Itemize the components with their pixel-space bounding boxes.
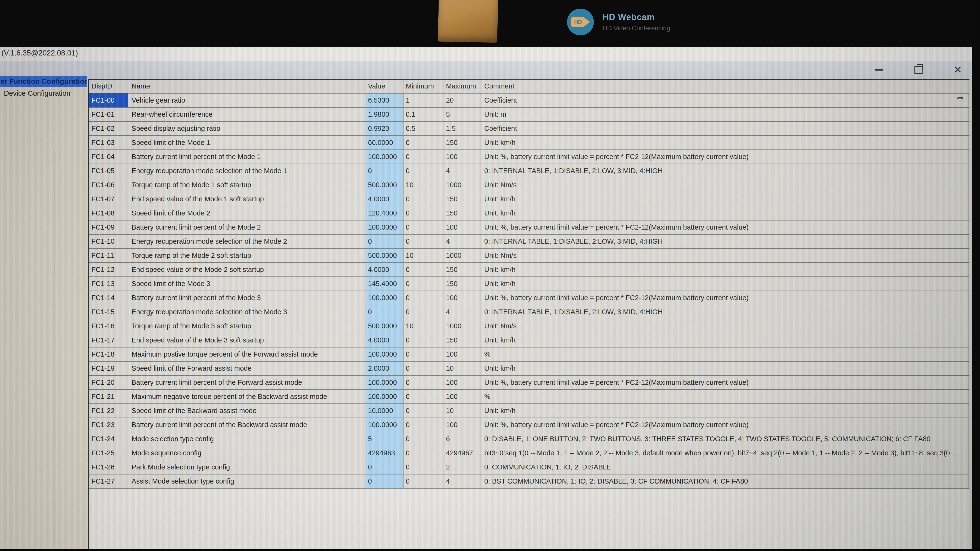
close-button[interactable]: ✕: [952, 64, 963, 75]
cell-value[interactable]: 0: [366, 164, 404, 178]
cell-name: Torque ramp of the Mode 2 soft startup: [128, 249, 366, 262]
cell-value[interactable]: 100.0000: [366, 418, 404, 432]
cell-minimum: 0: [404, 291, 444, 305]
cell-name: Maximum postive torque percent of the Fo…: [128, 348, 366, 361]
cell-value[interactable]: 100.0000: [366, 221, 404, 234]
sidebar-item-device-configuration[interactable]: Device Configuration: [0, 87, 88, 99]
table-row[interactable]: FC1-00Vehicle gear ratio6.5330120Coeffic…: [89, 94, 969, 108]
table-row[interactable]: FC1-18Maximum postive torque percent of …: [89, 348, 969, 362]
cell-value[interactable]: 0: [366, 475, 404, 488]
cell-value[interactable]: 500.0000: [366, 178, 404, 192]
table-row[interactable]: FC1-08Speed limit of the Mode 2120.40000…: [89, 206, 969, 221]
cell-minimum: 0: [404, 221, 444, 234]
cell-value[interactable]: 60.0000: [366, 136, 404, 149]
cell-maximum: 10: [444, 404, 480, 418]
cell-value[interactable]: 100.0000: [366, 348, 404, 361]
table-row[interactable]: FC1-09Battery current limit percent of t…: [89, 221, 969, 235]
cell-comment: 0: INTERNAL TABLE, 1:DISABLE, 2:LOW, 3:M…: [480, 235, 969, 248]
cell-name: Energy recuperation mode selection of th…: [128, 235, 366, 248]
table-row[interactable]: FC1-10Energy recuperation mode selection…: [89, 235, 969, 249]
table-row[interactable]: FC1-24Mode selection type config5060: DI…: [89, 432, 969, 446]
cell-dispid: FC1-20: [89, 376, 128, 389]
cell-comment: Unit: km/h: [480, 277, 969, 291]
table-row[interactable]: FC1-14Battery current limit percent of t…: [89, 291, 969, 305]
table-row[interactable]: FC1-13Speed limit of the Mode 3145.40000…: [89, 277, 969, 291]
table-row[interactable]: FC1-26Park Mode selection type config002…: [89, 460, 969, 475]
column-header-value[interactable]: Value: [366, 79, 404, 93]
cell-value[interactable]: 100.0000: [366, 291, 404, 305]
cell-value[interactable]: 4.0000: [366, 333, 404, 347]
table-row[interactable]: FC1-06Torque ramp of the Mode 1 soft sta…: [89, 178, 969, 192]
cell-value[interactable]: 145.4000: [366, 277, 404, 291]
cell-comment: Unit: Nm/s: [480, 249, 969, 262]
table-row[interactable]: FC1-20Battery current limit percent of t…: [89, 376, 969, 390]
table-row[interactable]: FC1-01Rear-wheel circumference1.98000.15…: [89, 108, 969, 122]
cell-dispid: FC1-04: [89, 150, 128, 164]
table-row[interactable]: FC1-16Torque ramp of the Mode 3 soft sta…: [89, 319, 969, 333]
cell-comment: Unit: Nm/s: [480, 319, 969, 333]
cell-value[interactable]: 500.0000: [366, 249, 404, 262]
table-row[interactable]: FC1-11Torque ramp of the Mode 2 soft sta…: [89, 249, 969, 263]
cell-minimum: 0: [404, 136, 444, 149]
webcam-branding: HD HD Webcam HD Video Conferencing: [567, 9, 670, 35]
column-header-comment[interactable]: Comment: [480, 79, 969, 93]
table-row[interactable]: FC1-21Maximum negative torque percent of…: [89, 390, 969, 404]
cell-value[interactable]: 10.0000: [366, 404, 404, 418]
table-row[interactable]: FC1-05Energy recuperation mode selection…: [89, 164, 969, 178]
column-header-maximum[interactable]: Maximum: [444, 79, 480, 93]
cell-dispid: FC1-21: [89, 390, 128, 403]
cell-maximum: 10: [444, 362, 480, 375]
cell-value[interactable]: 6.5330: [366, 94, 404, 107]
cell-value[interactable]: 120.4000: [366, 206, 404, 220]
cell-value[interactable]: 0.9920: [366, 122, 404, 135]
cell-value[interactable]: 500.0000: [366, 319, 404, 333]
cell-value[interactable]: 4.0000: [366, 192, 404, 206]
column-header-dispid[interactable]: DispID: [89, 79, 128, 93]
cell-minimum: 0: [404, 418, 444, 432]
cell-value[interactable]: 100.0000: [366, 150, 404, 164]
cell-minimum: 0: [404, 404, 444, 418]
table-row[interactable]: FC1-25Mode sequence config4294963...0429…: [89, 446, 969, 460]
cell-name: Maximum negative torque percent of the B…: [128, 390, 366, 403]
cell-value[interactable]: 100.0000: [366, 376, 404, 389]
cell-comment: Unit: km/h: [480, 136, 969, 149]
cell-value[interactable]: 0: [366, 235, 404, 248]
cell-value[interactable]: 100.0000: [366, 390, 404, 403]
cell-value[interactable]: 1.9800: [366, 108, 404, 121]
maximize-button[interactable]: [913, 64, 924, 75]
cell-value[interactable]: 0: [366, 305, 404, 319]
cell-value[interactable]: 4294963...: [366, 446, 404, 460]
cell-name: Speed limit of the Forward assist mode: [128, 362, 366, 375]
webcam-brand-subtitle: HD Video Conferencing: [603, 25, 670, 32]
cell-value[interactable]: 4.0000: [366, 263, 404, 276]
table-row[interactable]: FC1-02Speed display adjusting ratio0.992…: [89, 122, 969, 136]
horizontal-arrows-icon[interactable]: ⇔: [955, 91, 966, 102]
table-row[interactable]: FC1-15Energy recuperation mode selection…: [89, 305, 969, 319]
cell-maximum: 100: [444, 221, 480, 234]
cell-dispid: FC1-02: [89, 122, 128, 135]
cell-value[interactable]: 2.0000: [366, 362, 404, 375]
table-row[interactable]: FC1-07End speed value of the Mode 1 soft…: [89, 192, 969, 206]
table-row[interactable]: FC1-22Speed limit of the Backward assist…: [89, 404, 969, 418]
window-header-strip: ✕: [0, 61, 972, 79]
table-row[interactable]: FC1-27Assist Mode selection type config0…: [89, 475, 969, 489]
sidebar-item-function-configuration[interactable]: er Function Configuration: [0, 76, 87, 87]
cell-maximum: 150: [444, 192, 480, 206]
cell-comment: Unit: %, battery current limit value = p…: [480, 418, 969, 432]
cell-value[interactable]: 5: [366, 432, 404, 446]
cell-comment: Unit: km/h: [480, 362, 969, 375]
table-row[interactable]: FC1-19Speed limit of the Forward assist …: [89, 362, 969, 376]
navigation-sidebar: er Function Configuration Device Configu…: [0, 79, 88, 549]
parameter-table: DispID Name Value Minimum Maximum Commen…: [88, 79, 969, 549]
bezel-bottom-edge: [0, 549, 980, 551]
cell-comment: 0: BST COMMUNICATION, 1: IO, 2: DISABLE,…: [480, 475, 969, 488]
cell-value[interactable]: 0: [366, 460, 404, 474]
table-row[interactable]: FC1-23Battery current limit percent of t…: [89, 418, 969, 432]
table-row[interactable]: FC1-04Battery current limit percent of t…: [89, 150, 969, 164]
minimize-button[interactable]: [874, 64, 885, 75]
column-header-minimum[interactable]: Minimum: [404, 79, 444, 93]
table-row[interactable]: FC1-12End speed value of the Mode 2 soft…: [89, 263, 969, 277]
table-row[interactable]: FC1-03Speed limit of the Mode 160.000001…: [89, 136, 969, 150]
column-header-name[interactable]: Name: [128, 79, 366, 93]
table-row[interactable]: FC1-17End speed value of the Mode 3 soft…: [89, 333, 969, 348]
